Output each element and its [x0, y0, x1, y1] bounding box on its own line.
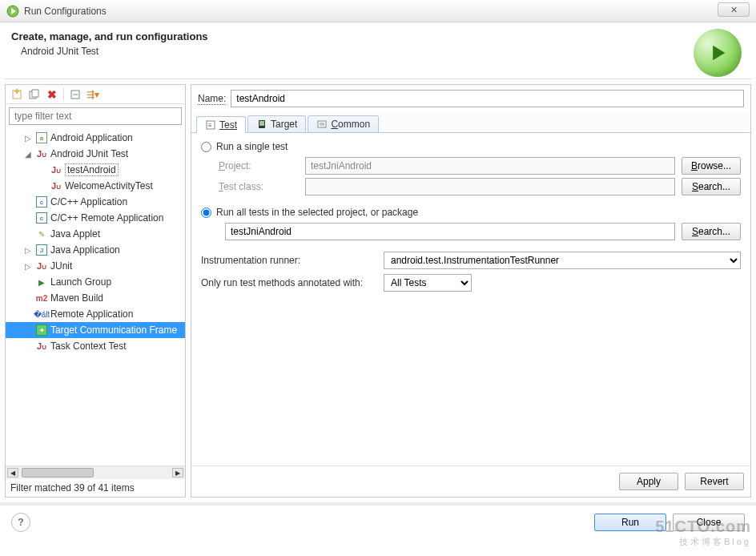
- annotation-label: Only run test methods annotated with:: [201, 277, 377, 288]
- filter-status: Filter matched 39 of 41 items: [6, 479, 185, 497]
- tree-item-label: C/C++ Remote Application: [50, 212, 163, 224]
- search-testclass-button[interactable]: Search...: [682, 178, 741, 195]
- config-tree[interactable]: ▷aAndroid Application◢JUAndroid JUnit Te…: [6, 128, 185, 465]
- annotation-select[interactable]: All Tests: [384, 274, 472, 292]
- name-label: Name:: [198, 93, 226, 104]
- config-type-icon: ✎: [35, 228, 48, 240]
- common-tab-icon: [316, 119, 328, 130]
- tree-item[interactable]: �áltRemote Application: [6, 306, 185, 322]
- dialog-footer: ? Run Close: [0, 502, 756, 539]
- tree-item-label: Task Context Test: [50, 340, 127, 352]
- test-tab-icon: ≡: [205, 119, 216, 131]
- tree-item-label: WelcomeActivityTest: [65, 180, 153, 191]
- config-type-icon: JU: [50, 179, 62, 192]
- testclass-input: [305, 178, 675, 195]
- tree-item-label: Remote Application: [50, 308, 133, 320]
- tab-common[interactable]: Common: [308, 115, 379, 132]
- radio-all-tests[interactable]: [201, 207, 211, 218]
- search-package-button[interactable]: Search...: [682, 223, 741, 240]
- all-tests-label: Run all tests in the selected project, o…: [216, 207, 418, 218]
- svg-rect-14: [318, 121, 326, 127]
- svg-rect-7: [32, 90, 38, 97]
- browse-project-button[interactable]: Browse...: [682, 157, 741, 175]
- config-type-icon: JU: [50, 163, 62, 176]
- run-button[interactable]: Run: [594, 514, 666, 531]
- svg-marker-2: [713, 46, 725, 61]
- project-input: [305, 157, 675, 175]
- tree-item-label: C/C++ Application: [50, 196, 127, 207]
- config-type-icon: m2: [35, 292, 48, 304]
- config-type-icon: J: [35, 244, 48, 256]
- filter-input[interactable]: [9, 107, 182, 125]
- header-subtitle: Android JUnit Test: [21, 46, 745, 57]
- svg-text:≡: ≡: [208, 122, 212, 129]
- tree-item[interactable]: ✎Java Applet: [6, 226, 185, 242]
- project-label: Project:: [219, 160, 299, 171]
- tab-target[interactable]: Target: [247, 115, 306, 132]
- run-icon: [6, 5, 19, 18]
- collapse-all-icon[interactable]: [67, 87, 83, 103]
- help-button[interactable]: ?: [11, 513, 30, 532]
- tree-item[interactable]: ▶Launch Group: [6, 274, 185, 290]
- expand-arrow-icon[interactable]: ◢: [23, 150, 33, 159]
- header: Create, manage, and run configurations A…: [0, 22, 756, 79]
- expand-arrow-icon[interactable]: ▷: [23, 262, 33, 271]
- tree-item[interactable]: ✦Target Communication Frame: [6, 322, 185, 338]
- config-tree-panel: ✖ ⇶▾ ▷aAndroid Application◢JUAndroid JUn…: [5, 84, 186, 498]
- new-config-icon[interactable]: [9, 87, 25, 103]
- close-button[interactable]: Close: [673, 514, 745, 531]
- package-input[interactable]: [225, 223, 675, 240]
- config-type-icon: JU: [35, 147, 48, 160]
- tree-item[interactable]: cC/C++ Application: [6, 194, 185, 210]
- tree-item-label: testAndroid: [65, 163, 119, 176]
- test-panel: Run a single test Project: Browse... Tes…: [191, 133, 750, 465]
- titlebar: Run Configurations ✕: [0, 0, 756, 22]
- config-type-icon: �ált: [35, 308, 48, 320]
- svg-rect-13: [259, 121, 264, 126]
- config-type-icon: ▶: [35, 276, 48, 288]
- expand-arrow-icon[interactable]: ▷: [23, 246, 33, 255]
- window-close-button[interactable]: ✕: [718, 2, 750, 17]
- filter-box: [9, 107, 182, 125]
- tree-hscrollbar[interactable]: ◀▶: [6, 465, 185, 479]
- name-input[interactable]: [231, 90, 744, 107]
- tree-item-label: Android JUnit Test: [50, 148, 128, 159]
- config-type-icon: c: [35, 195, 48, 208]
- duplicate-config-icon[interactable]: [26, 87, 42, 103]
- config-type-icon: a: [35, 131, 48, 144]
- tree-item[interactable]: ▷aAndroid Application: [6, 130, 185, 146]
- tree-item[interactable]: ◢JUAndroid JUnit Test: [6, 146, 185, 162]
- run-badge-icon: [694, 29, 742, 77]
- filter-icon[interactable]: ⇶▾: [85, 87, 101, 103]
- delete-config-icon[interactable]: ✖: [44, 87, 60, 103]
- radio-single-test[interactable]: [201, 142, 211, 152]
- tree-item-label: JUnit: [50, 260, 72, 272]
- tree-item[interactable]: ▷JUJUnit: [6, 258, 185, 274]
- single-test-label: Run a single test: [216, 141, 288, 152]
- tree-item[interactable]: JUTask Context Test: [6, 338, 185, 354]
- tree-item[interactable]: ▷JJava Application: [6, 242, 185, 258]
- tree-item[interactable]: JUWelcomeActivityTest: [6, 178, 185, 194]
- editor-footer: Apply Revert: [191, 465, 750, 497]
- tree-item-label: Target Communication Frame: [50, 324, 177, 336]
- config-type-icon: JU: [35, 260, 48, 272]
- tree-item-label: Java Applet: [50, 228, 100, 240]
- tree-item[interactable]: m2Maven Build: [6, 290, 185, 306]
- apply-button[interactable]: Apply: [619, 473, 678, 490]
- testclass-label: Test class:: [219, 181, 299, 192]
- expand-arrow-icon[interactable]: ▷: [23, 134, 33, 143]
- config-type-icon: JU: [35, 340, 48, 353]
- revert-button[interactable]: Revert: [685, 473, 744, 490]
- tree-item-label: Launch Group: [50, 276, 111, 288]
- instrumentation-label: Instrumentation runner:: [201, 255, 377, 266]
- window-title: Run Configurations: [24, 6, 107, 17]
- tree-toolbar: ✖ ⇶▾: [6, 85, 185, 104]
- config-type-icon: ✦: [35, 324, 48, 336]
- tree-item[interactable]: cC/C++ Remote Application: [6, 210, 185, 226]
- tab-test[interactable]: ≡ Test: [196, 116, 246, 133]
- instrumentation-select[interactable]: android.test.InstrumentationTestRunner: [384, 252, 741, 269]
- tree-item-label: Maven Build: [50, 292, 103, 304]
- header-title: Create, manage, and run configurations: [11, 30, 745, 42]
- tree-item-label: Java Application: [50, 244, 120, 256]
- tree-item[interactable]: JUtestAndroid: [6, 162, 185, 178]
